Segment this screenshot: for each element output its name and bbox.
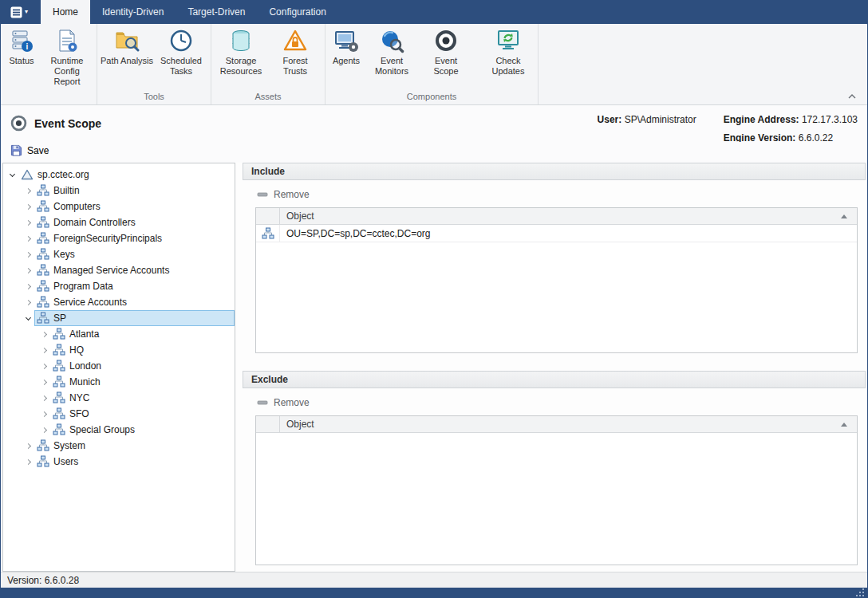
ou-icon — [37, 216, 49, 229]
remove-icon — [257, 397, 268, 408]
ou-icon — [37, 200, 49, 213]
tree-node-label-area[interactable]: Munich — [50, 374, 235, 390]
chevron-right-icon[interactable] — [38, 332, 50, 336]
tab-identity-driven[interactable]: Identity-Driven — [90, 0, 176, 24]
tree-item-builtin[interactable]: Builtin — [3, 183, 235, 199]
tree-item-computers[interactable]: Computers — [3, 199, 235, 214]
tree-item-system[interactable]: System — [3, 438, 235, 454]
tree-node-label-area[interactable]: Atlanta — [50, 326, 235, 342]
ou-icon — [37, 439, 49, 452]
storage-resources-button[interactable]: Storage Resources — [214, 25, 268, 91]
chevron-right-icon[interactable] — [38, 396, 50, 400]
tree-item-hq[interactable]: HQ — [3, 342, 235, 358]
tree-node-label-area[interactable]: Managed Service Accounts — [34, 262, 235, 278]
tree-node-label-area[interactable]: Computers — [34, 199, 235, 214]
object-column-label: Object — [280, 210, 314, 222]
ou-icon — [53, 391, 65, 404]
exclude-object-column-header[interactable]: Object — [256, 416, 857, 433]
resize-grip[interactable] — [854, 587, 864, 596]
path-analysis-button[interactable]: Path Analysis — [100, 25, 154, 91]
page-header: Event Scope User: SP\Administrator Engin… — [1, 105, 867, 142]
tree-item-service-accounts[interactable]: Service Accounts — [3, 294, 235, 310]
include-panel-title: Include — [251, 166, 285, 177]
event-scope-button[interactable]: Event Scope — [419, 25, 473, 91]
tree-node-label-area[interactable]: Builtin — [34, 183, 235, 199]
chevron-right-icon[interactable] — [22, 205, 34, 209]
chevron-right-icon[interactable] — [38, 412, 50, 416]
tree-node-label-area[interactable]: Service Accounts — [34, 294, 235, 310]
tree-node-label-area[interactable]: Program Data — [34, 278, 235, 294]
app-menu-icon — [10, 6, 22, 18]
ribbon-group-label: Tools — [100, 91, 208, 104]
status-button[interactable]: iStatus — [3, 25, 40, 91]
tree-item-users[interactable]: Users — [3, 454, 235, 470]
tree-node-label-area[interactable]: NYC — [50, 390, 235, 406]
runtime-config-report-button[interactable]: Runtime Config Report — [40, 25, 94, 91]
tree-node-label-area[interactable]: ForeignSecurityPrincipals — [34, 230, 235, 246]
tree-node-label-area[interactable]: sp.cctec.org — [18, 167, 235, 183]
event-scope-page-icon — [10, 115, 27, 132]
tree-node-label: Special Groups — [69, 424, 135, 435]
chevron-right-icon[interactable] — [22, 301, 34, 305]
tree-item-keys[interactable]: Keys — [3, 246, 235, 262]
check-updates-icon — [495, 28, 521, 53]
tree-item-london[interactable]: London — [3, 358, 235, 374]
tree-node-label-area[interactable]: London — [50, 358, 235, 374]
chevron-right-icon[interactable] — [22, 269, 34, 273]
tree-item-special-groups[interactable]: Special Groups — [3, 422, 235, 438]
agents-button[interactable]: Agents — [328, 25, 365, 91]
tab-target-driven[interactable]: Target-Driven — [176, 0, 257, 24]
event-monitors-button[interactable]: Event Monitors — [365, 25, 419, 91]
chevron-right-icon[interactable] — [22, 253, 34, 257]
tree-item-domain-controllers[interactable]: Domain Controllers — [3, 214, 235, 230]
chevron-right-icon[interactable] — [22, 285, 34, 289]
tree-node-label-area[interactable]: Keys — [34, 246, 235, 262]
chevron-down-icon[interactable] — [22, 317, 34, 320]
scheduled-tasks-icon — [168, 28, 194, 53]
check-updates-label: Check Updates — [483, 56, 533, 77]
check-updates-button[interactable]: Check Updates — [481, 25, 535, 91]
tree-node-label-area[interactable]: System — [34, 438, 235, 454]
tree-item-munich[interactable]: Munich — [3, 374, 235, 390]
chevron-right-icon[interactable] — [22, 444, 34, 448]
tree-node-label-area[interactable]: Users — [34, 454, 235, 470]
tree-item-sfo[interactable]: SFO — [3, 406, 235, 422]
app-menu-button[interactable]: ▾ — [4, 0, 34, 24]
tab-configuration[interactable]: Configuration — [257, 0, 337, 24]
chevron-right-icon[interactable] — [22, 221, 34, 225]
tree-node-label-area[interactable]: Special Groups — [50, 422, 235, 438]
include-object-column-header[interactable]: Object — [256, 208, 857, 225]
tree-item-managed-service-accounts[interactable]: Managed Service Accounts — [3, 262, 235, 278]
tree-node-label-area[interactable]: Domain Controllers — [34, 214, 235, 230]
include-object-row[interactable]: OU=SP,DC=sp,DC=cctec,DC=org — [256, 225, 857, 242]
tree-item-foreignsecurityprincipals[interactable]: ForeignSecurityPrincipals — [3, 230, 235, 246]
collapse-ribbon-button[interactable] — [845, 91, 859, 102]
tree-item-atlanta[interactable]: Atlanta — [3, 326, 235, 342]
ribbon-tab-bar: ▾ HomeIdentity-DrivenTarget-DrivenConfig… — [1, 0, 867, 24]
tree-item-sp-cctec-org[interactable]: sp.cctec.org — [3, 167, 235, 183]
tree-item-program-data[interactable]: Program Data — [3, 278, 235, 294]
tree-node-label-area[interactable]: SFO — [50, 406, 235, 422]
tab-home[interactable]: Home — [41, 0, 90, 24]
scheduled-tasks-button[interactable]: Scheduled Tasks — [154, 25, 208, 91]
chevron-down-icon[interactable] — [6, 174, 18, 176]
exclude-remove-button[interactable]: Remove — [255, 395, 314, 411]
tree-node-label-area[interactable]: SP — [34, 310, 235, 326]
chevron-right-icon[interactable] — [38, 364, 50, 368]
chevron-right-icon[interactable] — [38, 428, 50, 432]
page-title-wrap: Event Scope — [10, 115, 101, 132]
forest-trusts-button[interactable]: Forest Trusts — [268, 25, 322, 91]
ou-icon — [37, 296, 49, 309]
chevron-right-icon[interactable] — [22, 189, 34, 193]
chevron-right-icon[interactable] — [22, 460, 34, 464]
save-button[interactable]: Save — [4, 143, 55, 158]
tree-node-label-area[interactable]: HQ — [50, 342, 235, 358]
tree-item-sp[interactable]: SP — [3, 310, 235, 326]
include-panel: Include Remove Object — [243, 163, 866, 354]
chevron-right-icon[interactable] — [38, 380, 50, 384]
tree-item-nyc[interactable]: NYC — [3, 390, 235, 406]
include-remove-button[interactable]: Remove — [255, 187, 314, 203]
ou-icon — [53, 423, 65, 436]
chevron-right-icon[interactable] — [22, 237, 34, 241]
chevron-right-icon[interactable] — [38, 348, 50, 352]
